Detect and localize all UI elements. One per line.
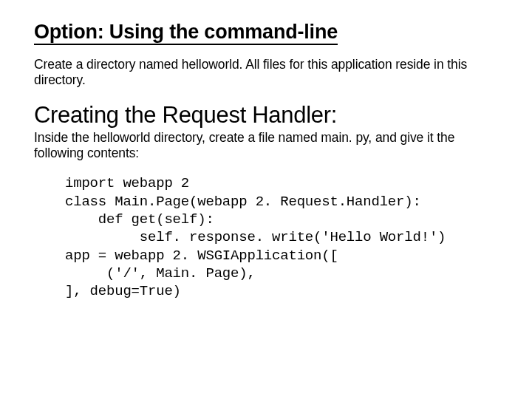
heading-option: Option: Using the command-line bbox=[34, 21, 498, 44]
paragraph-instructions: Inside the helloworld directory, create … bbox=[34, 130, 498, 162]
code-block: import webapp 2 class Main.Page(webapp 2… bbox=[65, 174, 498, 300]
paragraph-intro: Create a directory named helloworld. All… bbox=[34, 57, 498, 89]
heading-option-text: Option: Using the command-line bbox=[34, 21, 338, 45]
slide: Option: Using the command-line Create a … bbox=[0, 0, 532, 316]
heading-request-handler: Creating the Request Handler: bbox=[34, 102, 498, 129]
